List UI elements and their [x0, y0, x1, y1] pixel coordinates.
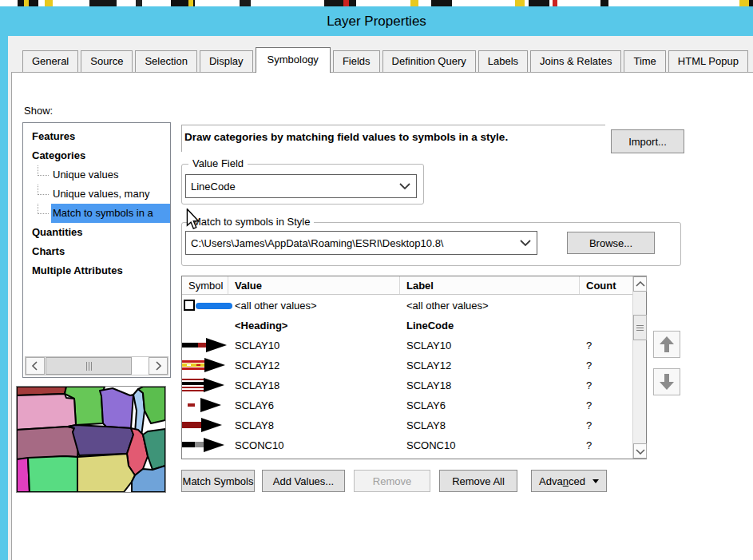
- symbol-table-vertical-scrollbar[interactable]: [632, 276, 646, 459]
- tab-definition-query[interactable]: Definition Query: [382, 50, 476, 72]
- chevron-down-icon[interactable]: [394, 183, 416, 190]
- match-symbols-button[interactable]: Match Symbols: [181, 470, 255, 492]
- tab-bar: GeneralSourceSelectionDisplaySymbologyFi…: [22, 46, 748, 72]
- scroll-up-button[interactable]: [633, 276, 647, 292]
- advanced-button[interactable]: Advanced: [531, 470, 607, 492]
- tab-display[interactable]: Display: [200, 50, 253, 72]
- column-header-value[interactable]: Value: [228, 276, 400, 294]
- blue-line-symbol-icon: [196, 303, 232, 309]
- line-symbol-sclay6[interactable]: [182, 395, 228, 415]
- line-symbol-sclay18[interactable]: [182, 375, 228, 395]
- empty-symbol-cell: [182, 316, 228, 336]
- tab-html-popup[interactable]: HTML Popup: [668, 50, 748, 72]
- show-item-label: Categories: [30, 146, 87, 165]
- tab-fields[interactable]: Fields: [333, 50, 380, 72]
- scrollbar-thumb[interactable]: [46, 357, 132, 375]
- symbol-table-row[interactable]: SCLAY10SCLAY10?: [182, 336, 632, 355]
- value-cell: SCLAY8: [228, 419, 400, 431]
- show-tree-horizontal-scrollbar[interactable]: [25, 356, 168, 375]
- tab-time[interactable]: Time: [624, 50, 665, 72]
- value-cell: SCLAY18: [228, 379, 400, 391]
- scroll-right-button[interactable]: [149, 357, 168, 375]
- tab-labels[interactable]: Labels: [478, 50, 528, 72]
- map-preview: [16, 386, 166, 493]
- tab-symbology[interactable]: Symbology: [256, 47, 331, 73]
- value-field-dropdown[interactable]: LineCode: [185, 174, 417, 198]
- value-cell: <Heading>: [228, 320, 400, 332]
- value-cell: SCLAY12: [228, 359, 400, 371]
- line-symbol-sclay8[interactable]: [182, 415, 228, 435]
- tab-selection[interactable]: Selection: [135, 50, 196, 72]
- browse-button[interactable]: Browse...: [567, 232, 655, 254]
- symbol-table-row[interactable]: SCLAY18SCLAY18?: [182, 375, 632, 395]
- count-cell: ?: [580, 340, 632, 351]
- sclay12-line-icon: [182, 356, 230, 374]
- column-header-symbol[interactable]: Symbol: [182, 276, 228, 294]
- show-item-match-to-symbols-in-a[interactable]: Match to symbols in a: [23, 204, 170, 223]
- tab-general[interactable]: General: [22, 50, 78, 72]
- count-cell: ?: [580, 379, 632, 391]
- value-cell: SCONC10: [228, 439, 400, 451]
- value-cell: <all other values>: [228, 300, 400, 312]
- symbol-table-row[interactable]: <all other values><all other values>: [182, 296, 632, 316]
- window-titlebar[interactable]: Layer Properties: [0, 6, 753, 36]
- style-path-dropdown[interactable]: C:\Users\James\AppData\Roaming\ESRI\Desk…: [185, 231, 537, 255]
- arrow-down-icon: [658, 372, 676, 391]
- add-values-button[interactable]: Add Values...: [262, 470, 345, 492]
- symbol-table-row[interactable]: <Heading>LineCode: [182, 316, 632, 336]
- show-item-unique-values[interactable]: Unique values: [23, 165, 170, 185]
- symbol-table-row[interactable]: SCLAY8SCLAY8?: [182, 415, 632, 435]
- move-up-button[interactable]: [653, 331, 680, 358]
- symbol-table-row[interactable]: SCLAY12SCLAY12?: [182, 355, 632, 375]
- scrollbar-thumb[interactable]: [633, 315, 647, 340]
- symbol-table-body: <all other values><all other values><Hea…: [182, 296, 632, 459]
- menu-caret-icon: [592, 479, 599, 483]
- label-cell: SCONC10: [400, 439, 580, 451]
- arrow-up-icon: [658, 335, 676, 354]
- scroll-left-button[interactable]: [26, 357, 45, 375]
- import-button[interactable]: Import...: [611, 129, 684, 153]
- column-header-label[interactable]: Label: [400, 276, 580, 294]
- scroll-down-button[interactable]: [633, 443, 647, 459]
- count-cell: ?: [580, 359, 632, 371]
- remove-all-button[interactable]: Remove All: [439, 470, 517, 492]
- label-cell: SCLAY18: [400, 379, 580, 391]
- show-item-quantities[interactable]: Quantities: [23, 223, 170, 242]
- show-item-categories[interactable]: Categories: [23, 146, 170, 165]
- line-symbol-sclay12[interactable]: [182, 355, 228, 375]
- show-item-label: Unique values: [51, 165, 120, 185]
- line-symbol-sclay10[interactable]: [182, 336, 228, 355]
- style-match-group-label: Match to symbols in Style: [188, 216, 314, 228]
- label-cell: SCLAY12: [400, 359, 580, 371]
- tab-joins-relates[interactable]: Joins & Relates: [530, 50, 621, 72]
- checkbox-unchecked[interactable]: [184, 300, 195, 311]
- move-down-button[interactable]: [653, 368, 680, 395]
- value-cell: SCLAY6: [228, 399, 400, 411]
- line-symbol-sconc10[interactable]: [182, 435, 228, 455]
- show-item-label: Quantities: [30, 223, 85, 242]
- show-item-unique-values-many[interactable]: Unique values, many: [23, 185, 170, 204]
- sconc10-line-icon: [182, 436, 230, 454]
- chevron-down-icon[interactable]: [514, 240, 537, 247]
- line-symbol-all-other-values[interactable]: [182, 296, 228, 316]
- symbol-table-row[interactable]: SCLAY6SCLAY6?: [182, 395, 632, 415]
- tree-branch-icon: [30, 204, 51, 223]
- symbol-table-row[interactable]: SCONC10SCONC10?: [182, 435, 632, 455]
- label-cell: SCLAY6: [400, 399, 580, 411]
- label-cell: SCLAY8: [400, 419, 580, 431]
- show-label: Show:: [24, 105, 53, 117]
- show-item-label: Unique values, many: [51, 185, 151, 204]
- sclay18-line-icon: [182, 376, 230, 394]
- window-left-border: [0, 36, 8, 560]
- column-header-count[interactable]: Count: [580, 276, 632, 294]
- show-item-label: Match to symbols in a: [51, 204, 170, 223]
- states-map-image: [17, 387, 165, 492]
- show-item-charts[interactable]: Charts: [23, 242, 170, 261]
- value-field-group: Value Field LineCode: [181, 164, 424, 205]
- show-item-multiple-attributes[interactable]: Multiple Attributes: [23, 261, 170, 280]
- tab-source[interactable]: Source: [81, 50, 133, 72]
- symbol-table: SymbolValueLabelCount <all other values>…: [181, 276, 647, 459]
- show-item-label: Features: [30, 127, 77, 146]
- show-item-features[interactable]: Features: [23, 127, 170, 146]
- window-title: Layer Properties: [327, 14, 426, 30]
